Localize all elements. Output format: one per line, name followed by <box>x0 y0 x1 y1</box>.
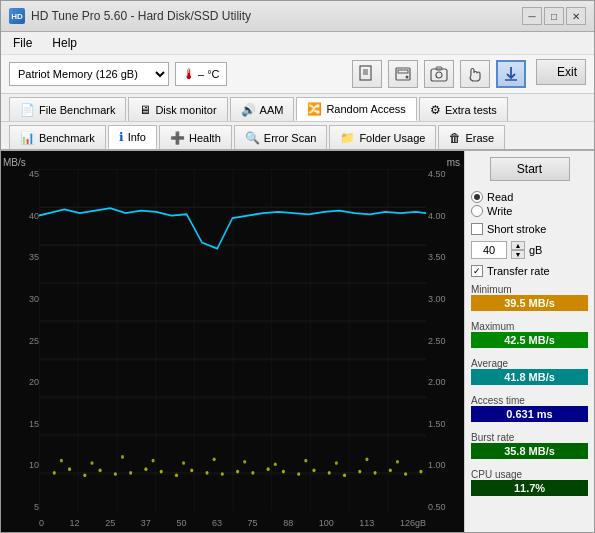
tab-extra-tests[interactable]: ⚙ Extra tests <box>419 97 508 121</box>
svg-point-32 <box>221 472 224 476</box>
stat-minimum-value: 39.5 MB/s <box>471 295 588 311</box>
minimize-button[interactable]: ─ <box>522 7 542 25</box>
x-val-100: 100 <box>319 518 334 528</box>
y-axis-right: 4.50 4.00 3.50 3.00 2.50 2.00 1.50 1.00 … <box>428 169 462 512</box>
tab-random-access[interactable]: 🔀 Random Access <box>296 97 416 121</box>
radio-write[interactable]: Write <box>471 205 588 217</box>
stat-minimum: Minimum 39.5 MB/s <box>471 284 588 311</box>
tabs-row2: 📊 Benchmark ℹ Info ➕ Health 🔍 Error Scan… <box>1 122 594 151</box>
stat-access-time: Access time 0.631 ms <box>471 395 588 422</box>
toolbar-camera-btn[interactable] <box>424 60 454 88</box>
stat-access-time-value: 0.631 ms <box>471 406 588 422</box>
svg-point-48 <box>121 455 124 459</box>
toolbar-file-icon-btn[interactable] <box>352 60 382 88</box>
svg-point-45 <box>419 470 422 474</box>
stat-access-time-label: Access time <box>471 395 588 406</box>
stat-cpu-usage: CPU usage 11.7% <box>471 469 588 496</box>
x-val-126: 126gB <box>400 518 426 528</box>
menu-file[interactable]: File <box>9 34 36 52</box>
radio-group: Read Write <box>471 189 588 219</box>
tab-aam[interactable]: 🔊 AAM <box>230 97 295 121</box>
spinbox-input[interactable] <box>471 241 507 259</box>
disk-monitor-icon: 🖥 <box>139 103 151 117</box>
x-val-50: 50 <box>176 518 186 528</box>
file-benchmark-icon: 📄 <box>20 103 35 117</box>
tab-disk-monitor[interactable]: 🖥 Disk monitor <box>128 97 227 121</box>
svg-point-53 <box>274 462 277 466</box>
temp-icon: 🌡 <box>182 66 196 82</box>
stat-average-value: 41.8 MB/s <box>471 369 588 385</box>
svg-point-49 <box>152 459 155 463</box>
x-val-37: 37 <box>141 518 151 528</box>
short-stroke-checkbox[interactable]: Short stroke <box>471 223 588 235</box>
y-ms-1-50: 1.50 <box>428 419 462 429</box>
random-access-icon: 🔀 <box>307 102 322 116</box>
svg-point-31 <box>206 471 209 475</box>
radio-read[interactable]: Read <box>471 191 588 203</box>
spinbox-unit: gB <box>529 244 542 256</box>
camera-icon <box>430 65 448 83</box>
spinbox-down[interactable]: ▼ <box>511 250 525 259</box>
svg-rect-7 <box>431 69 447 81</box>
tab-file-benchmark[interactable]: 📄 File Benchmark <box>9 97 126 121</box>
y-ms-0-50: 0.50 <box>428 502 462 512</box>
main-window: HD HD Tune Pro 5.60 - Hard Disk/SSD Util… <box>0 0 595 533</box>
toolbar-disk-icon-btn[interactable] <box>388 60 418 88</box>
svg-point-21 <box>53 471 56 475</box>
temp-value: – °C <box>198 68 220 80</box>
short-stroke-box <box>471 223 483 235</box>
spinbox-up[interactable]: ▲ <box>511 241 525 250</box>
svg-point-55 <box>335 461 338 465</box>
svg-point-22 <box>68 467 71 471</box>
svg-point-52 <box>243 460 246 464</box>
svg-point-33 <box>236 470 239 474</box>
svg-point-42 <box>374 471 377 475</box>
svg-point-41 <box>358 470 361 474</box>
stat-cpu-usage-label: CPU usage <box>471 469 588 480</box>
stat-maximum-label: Maximum <box>471 321 588 332</box>
svg-rect-5 <box>398 70 408 73</box>
toolbar-arrow-btn[interactable] <box>496 60 526 88</box>
chart-svg <box>39 169 426 512</box>
tab-error-scan[interactable]: 🔍 Error Scan <box>234 125 328 149</box>
close-button[interactable]: ✕ <box>566 7 586 25</box>
y-ms-2-00: 2.00 <box>428 377 462 387</box>
title-bar: HD HD Tune Pro 5.60 - Hard Disk/SSD Util… <box>1 1 594 32</box>
tab-erase[interactable]: 🗑 Erase <box>438 125 505 149</box>
maximize-button[interactable]: □ <box>544 7 564 25</box>
arrow-down-icon <box>502 65 520 83</box>
stat-burst-rate-label: Burst rate <box>471 432 588 443</box>
x-val-75: 75 <box>248 518 258 528</box>
start-button[interactable]: Start <box>490 157 570 181</box>
y-val-40: 40 <box>3 211 39 221</box>
stat-burst-rate: Burst rate 35.8 MB/s <box>471 432 588 459</box>
device-select[interactable]: Patriot Memory (126 gB) <box>9 62 169 86</box>
y-label-mbs: MB/s <box>3 157 26 168</box>
spinbox-buttons: ▲ ▼ <box>511 241 525 259</box>
svg-point-56 <box>365 457 368 461</box>
spinbox-row: ▲ ▼ gB <box>471 241 588 259</box>
y-ms-3-00: 3.00 <box>428 294 462 304</box>
svg-point-8 <box>436 72 442 78</box>
y-val-25: 25 <box>3 336 39 346</box>
short-stroke-label: Short stroke <box>487 223 546 235</box>
toolbar-hand-btn[interactable] <box>460 60 490 88</box>
transfer-rate-checkbox[interactable]: ✓ Transfer rate <box>471 265 588 277</box>
temp-display: 🌡 – °C <box>175 62 227 86</box>
y-ms-4-00: 4.00 <box>428 211 462 221</box>
y-ms-3-50: 3.50 <box>428 252 462 262</box>
side-panel: Start Read Write Short stroke <box>464 151 594 532</box>
health-icon: ➕ <box>170 131 185 145</box>
toolbar: Patriot Memory (126 gB) 🌡 – °C <box>1 55 594 94</box>
erase-icon: 🗑 <box>449 131 461 145</box>
window-title: HD Tune Pro 5.60 - Hard Disk/SSD Utility <box>31 9 251 23</box>
tab-folder-usage[interactable]: 📁 Folder Usage <box>329 125 436 149</box>
y-val-15: 15 <box>3 419 39 429</box>
exit-button[interactable]: Exit <box>536 59 586 85</box>
tab-benchmark[interactable]: 📊 Benchmark <box>9 125 106 149</box>
tab-health[interactable]: ➕ Health <box>159 125 232 149</box>
menu-help[interactable]: Help <box>48 34 81 52</box>
tab-info[interactable]: ℹ Info <box>108 125 157 149</box>
x-val-113: 113 <box>359 518 374 528</box>
info-icon: ℹ <box>119 130 124 144</box>
